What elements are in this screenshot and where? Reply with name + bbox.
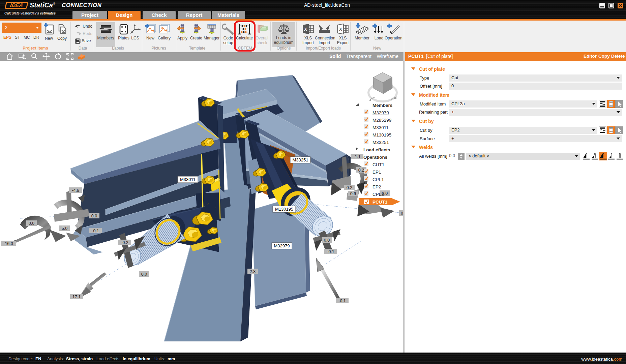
svg-text:Load effects: Load effects [363, 147, 390, 152]
svg-text:0.0: 0.0 [91, 214, 97, 218]
svg-text:0: 0 [401, 211, 403, 216]
svg-text:M33251: M33251 [372, 140, 389, 145]
svg-text:17.1: 17.1 [72, 295, 81, 299]
svg-text:CPL2: CPL2 [372, 192, 384, 197]
svg-text:-0.1: -0.1 [92, 229, 99, 233]
svg-text:0.0: 0.0 [29, 221, 34, 226]
svg-text:Members: Members [372, 103, 392, 108]
svg-text:0.0: 0.0 [141, 272, 147, 277]
svg-text:0.2: 0.2 [347, 185, 352, 190]
svg-text:Operations: Operations [363, 155, 387, 160]
svg-text:-0.1: -0.1 [338, 299, 346, 303]
svg-text:X: X [304, 27, 307, 32]
svg-text:-0.1: -0.1 [327, 249, 334, 254]
svg-text:0.0: 0.0 [324, 238, 330, 243]
svg-text:PCUT1: PCUT1 [372, 200, 388, 205]
svg-text:M32979: M32979 [372, 110, 389, 115]
svg-text:-4.6: -4.6 [72, 188, 79, 193]
svg-text:M285299: M285299 [372, 118, 391, 123]
svg-text:M33011: M33011 [372, 125, 389, 130]
svg-text:M33011: M33011 [180, 177, 196, 182]
svg-text:M130195: M130195 [372, 132, 391, 138]
svg-text:M32979: M32979 [274, 243, 290, 248]
svg-text:M130195: M130195 [275, 207, 293, 212]
svg-text:-0.2: -0.2 [121, 240, 128, 245]
svg-text:EP1: EP1 [372, 170, 381, 175]
svg-text:5.0: 5.0 [62, 226, 67, 231]
svg-text:M33251: M33251 [293, 157, 308, 162]
svg-text:-16.0: -16.0 [3, 241, 13, 246]
svg-text:EP2: EP2 [372, 184, 381, 189]
svg-text:2.3: 2.3 [250, 269, 256, 274]
svg-text:CUT1: CUT1 [372, 162, 384, 167]
svg-text:CPL1: CPL1 [372, 177, 384, 182]
svg-text:X: X [339, 27, 342, 32]
